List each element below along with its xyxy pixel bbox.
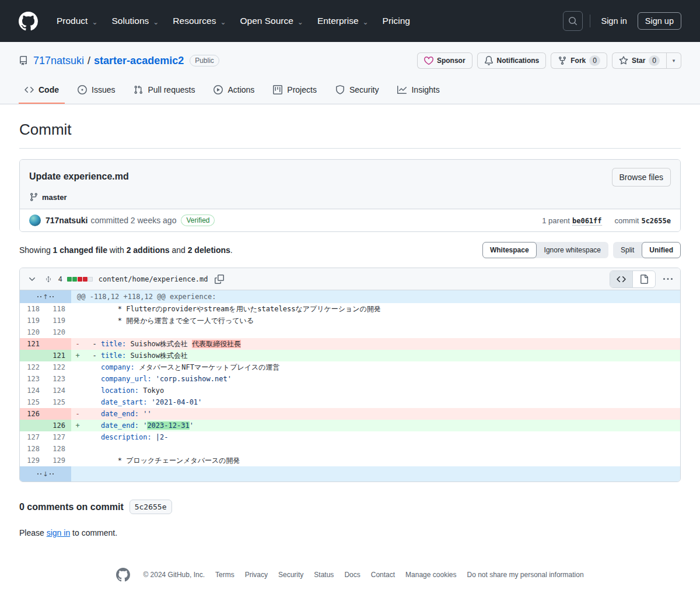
rendered-view-button[interactable] <box>632 271 655 287</box>
star-button[interactable]: Star 0 <box>612 52 667 69</box>
expand-up-button[interactable]: ↑ <box>20 290 71 303</box>
search-button[interactable] <box>563 11 583 31</box>
drag-handle-icon[interactable] <box>43 273 54 286</box>
repo-actions: Sponsor Notifications Fork 0 Star 0 ▾ <box>417 52 681 69</box>
diff-row-deletion: 121 - - title: Suishow株式会社 代表取締役社長 <box>20 338 680 350</box>
notifications-button[interactable]: Notifications <box>477 52 547 69</box>
parent-sha-link[interactable]: be061ff <box>572 217 602 226</box>
commit-sha: commit5c2655e <box>615 216 671 225</box>
footer-link-security[interactable]: Security <box>278 571 303 579</box>
star-dropdown-button[interactable]: ▾ <box>666 52 681 69</box>
expand-down-button[interactable]: ↓ <box>20 466 71 481</box>
footer-link-privacy[interactable]: Privacy <box>245 571 268 579</box>
nav-item-product[interactable]: Product⌄ <box>51 11 103 31</box>
fork-icon <box>558 56 567 65</box>
collapse-file-button[interactable] <box>26 273 38 286</box>
ignore-whitespace-button[interactable]: Ignore whitespace <box>537 242 608 258</box>
source-view-button[interactable] <box>610 271 632 287</box>
file-icon <box>639 275 649 284</box>
repo-owner-link[interactable]: 717natsuki <box>33 55 84 67</box>
commit-meta: 717natsuki committed 2 weeks ago Verifie… <box>20 209 680 231</box>
repo-name-link[interactable]: starter-academic2 <box>94 55 184 67</box>
repo-icon <box>19 56 28 65</box>
source-rendered-toggle <box>610 270 656 288</box>
commit-message: Update experience.md <box>29 168 129 182</box>
fork-button[interactable]: Fork 0 <box>551 52 607 69</box>
diff-row: 123123 company_url: 'corp.suishow.net' <box>20 373 680 385</box>
file-path[interactable]: content/home/experience.md <box>99 275 208 283</box>
shield-icon <box>335 85 345 94</box>
sponsor-button[interactable]: Sponsor <box>417 52 473 69</box>
divider <box>590 15 590 27</box>
tab-pull-requests[interactable]: Pull requests <box>128 77 201 104</box>
divider <box>19 148 681 149</box>
diff-row: 118118 * Flutterのproviderやstreamを用いたstat… <box>20 303 680 315</box>
split-view-button[interactable]: Split <box>613 242 642 258</box>
expand-down-row: ↓ <box>20 466 680 481</box>
hunk-header-row: ↑ @@ -118,12 +118,12 @@ experience: <box>20 290 680 303</box>
branch-row: master <box>29 192 671 202</box>
footer-link-terms[interactable]: Terms <box>215 571 235 579</box>
footer-link-do-not-share[interactable]: Do not share my personal information <box>467 571 583 579</box>
diff-row: 119119 * 開発から運営まで全て一人で行っている <box>20 315 680 326</box>
copy-path-button[interactable] <box>213 273 226 286</box>
commit-box: Update experience.md Browse files master… <box>19 159 681 232</box>
file-options-button[interactable] <box>662 273 674 286</box>
bell-icon <box>484 56 494 65</box>
chevron-down-icon <box>27 275 37 284</box>
file-actions <box>610 270 674 288</box>
repo-header: 717natsuki / starter-academic2 Public Sp… <box>0 42 700 104</box>
file-changes-count: 4 <box>58 275 62 283</box>
copyright: © 2024 GitHub, Inc. <box>143 571 205 579</box>
nav-item-solutions[interactable]: Solutions⌄ <box>106 11 164 31</box>
star-button-group: Star 0 ▾ <box>612 52 681 69</box>
diff-summary-row: Showing 1 changed file with 2 additions … <box>19 242 681 258</box>
sign-up-button[interactable]: Sign up <box>638 12 681 30</box>
nav-item-enterprise[interactable]: Enterprise⌄ <box>312 11 374 31</box>
github-logo-icon[interactable] <box>19 12 38 31</box>
star-count: 0 <box>649 55 660 66</box>
whitespace-button[interactable]: Whitespace <box>482 242 537 258</box>
tab-code[interactable]: Code <box>19 77 65 104</box>
nav-item-resources[interactable]: Resources⌄ <box>167 11 232 31</box>
commit-sha-chip[interactable]: 5c2655e <box>130 500 172 514</box>
fork-count: 0 <box>589 55 600 66</box>
diff-row: 122122 company: メタバースとNFTマーケットプレイスの運営 <box>20 361 680 373</box>
top-nav: Product⌄ Solutions⌄ Resources⌄ Open Sour… <box>0 0 700 42</box>
tab-projects[interactable]: Projects <box>267 77 323 104</box>
footer-link-docs[interactable]: Docs <box>344 571 360 579</box>
branch-icon <box>29 192 38 202</box>
search-icon <box>568 16 578 26</box>
footer-link-contact[interactable]: Contact <box>371 571 395 579</box>
code-icon <box>24 85 34 94</box>
sign-in-link[interactable]: Sign in <box>597 13 630 29</box>
pull-request-icon <box>134 85 143 94</box>
sign-in-link[interactable]: sign in <box>47 528 70 537</box>
graph-icon <box>397 85 407 94</box>
unfold-up-icon: ↑ <box>37 294 53 300</box>
diff-row-deletion: 126 - date_end: '' <box>20 408 680 420</box>
nav-item-pricing[interactable]: Pricing <box>377 11 416 31</box>
commit-author-link[interactable]: 717natsuki <box>46 216 88 225</box>
footer-link-status[interactable]: Status <box>314 571 334 579</box>
tab-issues[interactable]: Issues <box>72 77 121 104</box>
commit-head: Update experience.md Browse files master <box>20 160 680 209</box>
footer-link-manage-cookies[interactable]: Manage cookies <box>405 571 456 579</box>
unified-view-button[interactable]: Unified <box>642 242 681 258</box>
visibility-badge: Public <box>190 55 219 66</box>
diff-row: 128128 <box>20 443 680 455</box>
verified-badge[interactable]: Verified <box>181 215 215 226</box>
diff-row: 120120 <box>20 326 680 338</box>
avatar[interactable] <box>29 215 41 226</box>
whitespace-control: Whitespace Ignore whitespace <box>482 242 608 258</box>
browse-files-button[interactable]: Browse files <box>612 168 671 187</box>
nav-item-open-source[interactable]: Open Source⌄ <box>234 11 309 31</box>
tab-actions[interactable]: Actions <box>208 77 260 104</box>
unfold-down-icon: ↓ <box>37 471 53 477</box>
branch-name[interactable]: master <box>42 193 67 202</box>
diff-controls: Whitespace Ignore whitespace Split Unifi… <box>482 242 681 258</box>
commit-shas: 1 parentbe061ff commit5c2655e <box>542 216 671 225</box>
diff-row-addition: 126 + date_end: '2023-12-31' <box>20 420 680 431</box>
tab-security[interactable]: Security <box>330 77 385 104</box>
tab-insights[interactable]: Insights <box>391 77 445 104</box>
